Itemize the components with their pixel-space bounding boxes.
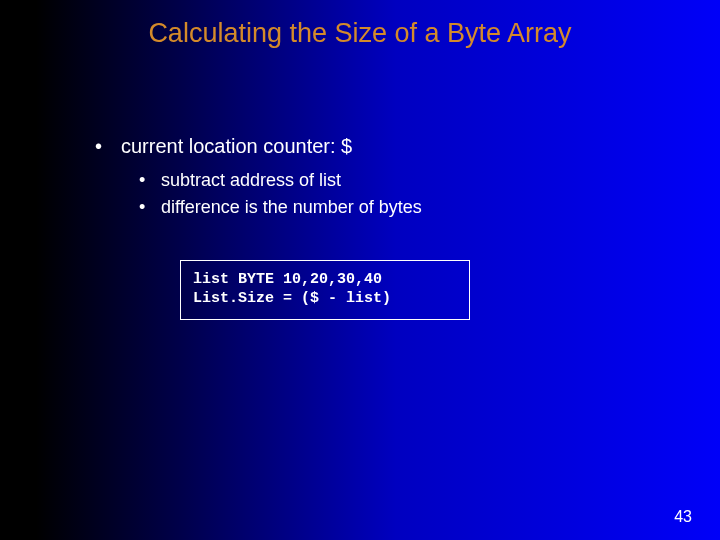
code-box: list BYTE 10,20,30,40 List.Size = ($ - l… <box>180 260 470 320</box>
slide-title: Calculating the Size of a Byte Array <box>0 18 720 49</box>
code-line-1: list BYTE 10,20,30,40 <box>193 271 382 288</box>
bullet-sub-1: subtract address of list <box>139 170 660 191</box>
page-number: 43 <box>674 508 692 526</box>
bullet-sub-2: difference is the number of bytes <box>139 197 660 218</box>
sub-bullet-list: subtract address of list difference is t… <box>139 170 660 218</box>
slide-content: current location counter: $ subtract add… <box>95 135 660 224</box>
code-line-2: List.Size = ($ - list) <box>193 290 391 307</box>
slide: Calculating the Size of a Byte Array cur… <box>0 0 720 540</box>
bullet-main: current location counter: $ <box>95 135 660 158</box>
